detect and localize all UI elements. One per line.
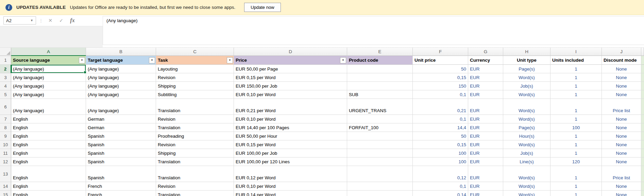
column-header-A[interactable]: A	[11, 48, 86, 56]
cell-B14[interactable]: French	[86, 182, 156, 191]
cell-E5[interactable]: SUB	[347, 90, 413, 99]
cell-D2[interactable]: EUR 50,00 per Page	[234, 65, 347, 73]
row-header-5[interactable]: 5	[0, 90, 11, 99]
row-header-2[interactable]: 2	[0, 65, 11, 73]
cell-E6[interactable]: URGENT_TRANS	[347, 99, 413, 115]
cell-B7[interactable]: German	[86, 115, 156, 123]
row-header-6[interactable]: 6	[0, 99, 11, 115]
cell-B11[interactable]: Spanish	[86, 149, 156, 157]
cell-B9[interactable]: Spanish	[86, 132, 156, 140]
cell-D6[interactable]: EUR 0,21 per Word	[234, 99, 347, 115]
cell-I4[interactable]: 1	[550, 82, 602, 90]
cell-D3[interactable]: EUR 0,15 per Word	[234, 73, 347, 82]
cell-B10[interactable]: Spanish	[86, 140, 156, 149]
cell-A14[interactable]: English	[11, 182, 86, 191]
cell-H10[interactable]: Word(s)	[503, 140, 550, 149]
cell-C7[interactable]: Revision	[156, 115, 234, 123]
cell-F6[interactable]: 0,21	[413, 99, 468, 115]
cell-B12[interactable]: Spanish	[86, 157, 156, 166]
row-header-10[interactable]: 10	[0, 140, 11, 149]
cell-E12[interactable]	[347, 157, 413, 166]
cell-A8[interactable]: English	[11, 123, 86, 132]
cell-G8[interactable]: EUR	[468, 123, 503, 132]
cell-A5[interactable]: (Any language)	[11, 90, 86, 99]
insert-function-icon[interactable]: fx	[68, 17, 77, 24]
cell-E10[interactable]	[347, 140, 413, 149]
cell-C3[interactable]: Revision	[156, 73, 234, 82]
row-header-1[interactable]: 1	[0, 56, 11, 65]
cell-E9[interactable]	[347, 132, 413, 140]
cell-A15[interactable]: English	[11, 191, 86, 196]
select-all-corner[interactable]	[0, 48, 11, 56]
header-cell-J[interactable]: Discount mode	[602, 56, 641, 65]
cell-J12[interactable]: None	[602, 157, 641, 166]
column-header-I[interactable]: I	[550, 48, 602, 56]
cell-J3[interactable]: None	[602, 73, 641, 82]
column-header-G[interactable]: G	[468, 48, 503, 56]
cell-A6[interactable]: (Any language)	[11, 99, 86, 115]
cell-E2[interactable]	[347, 65, 413, 73]
cell-I14[interactable]: 1	[550, 182, 602, 191]
cell-G13[interactable]: EUR	[468, 166, 503, 182]
cell-D9[interactable]: EUR 50,00 per Hour	[234, 132, 347, 140]
cell-H7[interactable]: Word(s)	[503, 115, 550, 123]
cell-D12[interactable]: EUR 100,00 per 120 Lines	[234, 157, 347, 166]
header-cell-C[interactable]: Task▼	[156, 56, 234, 65]
cell-C9[interactable]: Proofreading	[156, 132, 234, 140]
cell-A3[interactable]: (Any language)	[11, 73, 86, 82]
cell-E11[interactable]	[347, 149, 413, 157]
cell-I7[interactable]: 1	[550, 115, 602, 123]
update-now-button[interactable]: Update now	[244, 3, 281, 12]
column-header-J[interactable]: J	[602, 48, 641, 56]
cell-G3[interactable]: EUR	[468, 73, 503, 82]
cell-I15[interactable]: 1	[550, 191, 602, 196]
cell-B2[interactable]: (Any language)	[86, 65, 156, 73]
row-header-8[interactable]: 8	[0, 123, 11, 132]
header-cell-A[interactable]: Source language▼	[11, 56, 86, 65]
cell-F14[interactable]: 0,1	[413, 182, 468, 191]
cell-C12[interactable]: Translation	[156, 157, 234, 166]
cell-H5[interactable]: Word(s)	[503, 90, 550, 99]
cell-H3[interactable]: Word(s)	[503, 73, 550, 82]
cancel-icon[interactable]: ✕	[46, 18, 54, 23]
cell-D7[interactable]: EUR 0,10 per Word	[234, 115, 347, 123]
cell-F9[interactable]: 50	[413, 132, 468, 140]
column-header-H[interactable]: H	[503, 48, 550, 56]
cell-E8[interactable]: FORFAIT_100	[347, 123, 413, 132]
cell-F5[interactable]: 0,1	[413, 90, 468, 99]
cell-B3[interactable]: (Any language)	[86, 73, 156, 82]
cell-G12[interactable]: EUR	[468, 157, 503, 166]
cell-J4[interactable]: None	[602, 82, 641, 90]
cell-H12[interactable]: Line(s)	[503, 157, 550, 166]
cell-A4[interactable]: (Any language)	[11, 82, 86, 90]
row-header-3[interactable]: 3	[0, 73, 11, 82]
cell-G4[interactable]: EUR	[468, 82, 503, 90]
header-cell-I[interactable]: Units included	[550, 56, 602, 65]
cell-C2[interactable]: Layouting	[156, 65, 234, 73]
cell-H15[interactable]: Word(s)	[503, 191, 550, 196]
cell-H13[interactable]: Word(s)	[503, 166, 550, 182]
cell-F15[interactable]: 0,14	[413, 191, 468, 196]
cell-F13[interactable]: 0,12	[413, 166, 468, 182]
cell-D14[interactable]: EUR 0,10 per Word	[234, 182, 347, 191]
cell-B8[interactable]: German	[86, 123, 156, 132]
cell-D4[interactable]: EUR 150,00 per Job	[234, 82, 347, 90]
cell-D10[interactable]: EUR 0,15 per Word	[234, 140, 347, 149]
cell-C13[interactable]: Translation	[156, 166, 234, 182]
cell-B5[interactable]: (Any language)	[86, 90, 156, 99]
cell-A12[interactable]: English	[11, 157, 86, 166]
cell-B6[interactable]: (Any language)	[86, 99, 156, 115]
cell-E13[interactable]	[347, 166, 413, 182]
cell-H2[interactable]: Page(s)	[503, 65, 550, 73]
cell-G7[interactable]: EUR	[468, 115, 503, 123]
cell-I8[interactable]: 100	[550, 123, 602, 132]
cell-E14[interactable]	[347, 182, 413, 191]
enter-icon[interactable]: ✓	[57, 18, 65, 23]
cell-F2[interactable]: 50	[413, 65, 468, 73]
cell-H8[interactable]: Page(s)	[503, 123, 550, 132]
row-header-15[interactable]: 15	[0, 191, 11, 196]
cell-F4[interactable]: 150	[413, 82, 468, 90]
cell-G11[interactable]: EUR	[468, 149, 503, 157]
cell-E3[interactable]	[347, 73, 413, 82]
cell-A13[interactable]: English	[11, 166, 86, 182]
